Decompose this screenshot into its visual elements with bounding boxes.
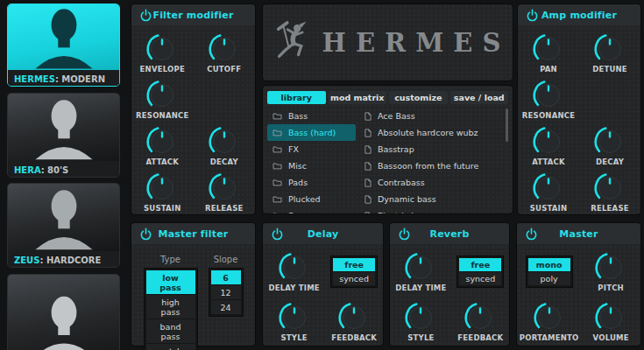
folder-row-bass-hard[interactable]: Bass (hard) [267, 124, 356, 141]
reverb-sync-option-synced[interactable]: synced [459, 272, 501, 285]
amp-decay-knob[interactable]: DECAY [593, 125, 626, 166]
master-filter-type-option-high-pass[interactable]: high pass [146, 295, 195, 318]
amp-release-knob[interactable]: RELEASE [591, 172, 628, 213]
master-portamento-knob[interactable]: PORTAMENTO [520, 301, 579, 342]
knob-cell: RELEASE [579, 169, 640, 215]
file-list-wrap: Ace Bass Absolute hardcore wubz Basstrap… [359, 108, 508, 214]
file-row-bassoon-from-the-future[interactable]: Bassoon from the future [359, 158, 508, 174]
master-filter-slope-option-6[interactable]: 6 [211, 270, 241, 284]
fx-cell: DELAY TIME [263, 247, 325, 297]
knob-label: ATTACK [145, 158, 179, 166]
knob-label: VOLUME [593, 333, 629, 342]
file-name: Contrabass [378, 178, 425, 187]
tab-library[interactable]: library [267, 91, 326, 104]
knob-label: RELEASE [591, 204, 628, 213]
master-filter-power-button[interactable] [138, 227, 152, 241]
file-list-scrollbar[interactable] [506, 108, 508, 211]
master-mode-option-poly[interactable]: poly [528, 272, 570, 285]
filter-cutoff-knob[interactable]: CUTOFF [207, 32, 241, 74]
file-row-absolute-hardcore-wubz[interactable]: Absolute hardcore wubz [359, 124, 508, 141]
delay-delay-time-knob[interactable]: DELAY TIME [268, 251, 319, 292]
preset-card-hera[interactable]: HERA : 80'S [7, 93, 120, 178]
delay-panel: Delay DELAY TIMEfreesynced STYLE FEEDBAC… [263, 223, 383, 346]
tab-save-load[interactable]: save / load [450, 91, 509, 104]
tab-mod-matrix[interactable]: mod matrix [329, 91, 387, 104]
folder-row-seq[interactable]: Seq [267, 207, 356, 214]
file-row-basstrap[interactable]: Basstrap [359, 141, 508, 158]
reverb-style-knob[interactable]: STYLE [404, 301, 437, 342]
knob-cell [579, 76, 640, 122]
filter-decay-knob[interactable]: DECAY [208, 125, 241, 166]
delay-sync-option-free[interactable]: free [333, 258, 375, 271]
amp-modifier-power-button[interactable] [525, 8, 539, 22]
delay-style-knob[interactable]: STYLE [278, 301, 311, 342]
delay-feedback-knob[interactable]: FEEDBACK [331, 301, 377, 342]
knob-label: DETUNE [592, 65, 627, 74]
delay-sync-option-synced[interactable]: synced [333, 272, 375, 285]
file-icon [364, 178, 372, 187]
knob-label: STYLE [407, 333, 434, 342]
reverb-title: Reverb [429, 228, 469, 240]
reverb-delay-time-knob[interactable]: DELAY TIME [395, 251, 446, 292]
master-power-button[interactable] [524, 227, 538, 241]
hermes-synth-app: HERMES : MODERN HERA : 80'S ZEUS : HARDC… [0, 0, 644, 350]
knob-label: PITCH [598, 284, 624, 292]
statue-image [22, 275, 106, 350]
master-volume-knob[interactable]: VOLUME [593, 301, 629, 342]
master-filter-type-option-low-pass[interactable]: low pass [146, 270, 195, 294]
folder-row-plucked[interactable]: Plucked [267, 191, 356, 207]
preset-card-partial[interactable] [7, 274, 120, 350]
filter-envelope-knob[interactable]: ENVELOPE [140, 32, 185, 74]
master-filter-type-selector: low passhigh passband passnotch [145, 269, 197, 350]
amp-modifier-header: Amp modifier [518, 4, 640, 25]
reverb-power-button[interactable] [397, 227, 411, 241]
master-filter-slope-group: Slope61224 [209, 255, 243, 350]
preset-artwork [8, 4, 119, 70]
delay-header: Delay [263, 223, 383, 244]
folder-row-misc[interactable]: Misc [267, 158, 356, 174]
folder-row-bass[interactable]: Bass [267, 108, 356, 124]
amp-detune-knob[interactable]: DETUNE [592, 32, 627, 74]
preset-card-zeus[interactable]: ZEUS : HARDCORE [7, 183, 120, 268]
filter-resonance-knob[interactable]: RESONANCE [136, 79, 188, 120]
filter-attack-knob[interactable]: ATTACK [145, 125, 179, 166]
amp-attack-knob[interactable]: ATTACK [532, 125, 565, 166]
amp-sustain-knob[interactable]: SUSTAIN [530, 172, 568, 213]
file-row-dynamic-bass[interactable]: Dynamic bass [359, 191, 508, 207]
master-cell: VOLUME [581, 297, 640, 346]
folder-icon [272, 112, 282, 120]
amp-resonance-knob[interactable]: RESONANCE [522, 79, 575, 120]
knob-label: PAN [540, 65, 557, 74]
delay-power-button[interactable] [270, 227, 284, 241]
preset-name: HERMES [14, 74, 55, 84]
fx-cell: STYLE [263, 297, 325, 346]
tab-customize[interactable]: customize [389, 91, 448, 104]
file-icon [364, 162, 372, 171]
preset-artwork [8, 94, 119, 161]
file-row-electric-bass[interactable]: Electric bass [359, 207, 508, 214]
master-filter-type-option-band-pass[interactable]: band pass [146, 319, 195, 343]
knob-label: DELAY TIME [268, 284, 319, 292]
knob-label: STYLE [280, 333, 307, 342]
hermes-figure-icon [275, 19, 314, 66]
filter-release-knob[interactable]: RELEASE [205, 172, 243, 213]
scrollbar-thumb[interactable] [506, 108, 508, 142]
filter-sustain-knob[interactable]: SUSTAIN [144, 172, 181, 213]
filter-modifier-knobs: ENVELOPE CUTOFF RESONANCE ATTACK DECAY S… [131, 25, 255, 215]
master-filter-type-option-notch[interactable]: notch [146, 344, 195, 350]
master-filter-slope-option-24[interactable]: 24 [211, 300, 241, 314]
file-row-contrabass[interactable]: Contrabass [359, 174, 508, 191]
master-mode-option-mono[interactable]: mono [528, 258, 570, 271]
file-row-ace-bass[interactable]: Ace Bass [359, 108, 508, 124]
preset-card-hermes[interactable]: HERMES : MODERN [7, 4, 120, 87]
master-filter-slope-option-12[interactable]: 12 [211, 285, 241, 299]
reverb-sync-option-free[interactable]: free [459, 258, 501, 271]
reverb-feedback-knob[interactable]: FEEDBACK [457, 301, 503, 342]
folder-row-fx[interactable]: FX [267, 141, 356, 158]
knob-label: FEEDBACK [331, 333, 377, 342]
folder-row-pads[interactable]: Pads [267, 174, 356, 191]
master-pitch-knob[interactable]: PITCH [594, 251, 627, 292]
amp-pan-knob[interactable]: PAN [532, 32, 565, 74]
knob-label: PORTAMENTO [520, 333, 579, 342]
filter-modifier-power-button[interactable] [138, 8, 152, 22]
